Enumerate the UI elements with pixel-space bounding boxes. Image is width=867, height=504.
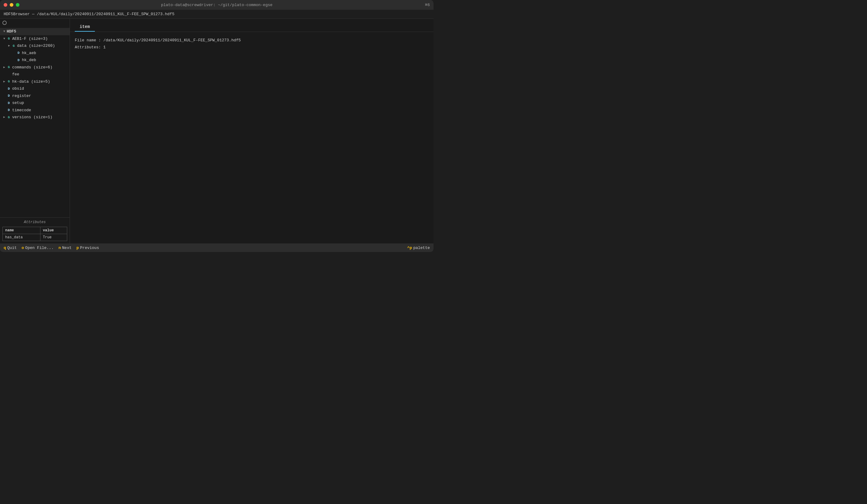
type-badge-d: D: [7, 86, 11, 92]
attributes-count-value: 1: [103, 45, 106, 50]
item-label: versions (size=1): [12, 114, 53, 120]
type-badge-none: [7, 72, 11, 77]
expand-icon: ▶: [7, 43, 11, 48]
item-label: setup: [12, 100, 24, 106]
header-path: HDF5Browser — /data/KUL/daily/20240911/2…: [4, 12, 174, 17]
status-open: o Open File...: [22, 246, 54, 250]
status-key-o: o: [22, 246, 24, 250]
item-label: data (size=2260): [17, 43, 55, 49]
status-label-open: Open File...: [25, 246, 54, 250]
item-label: hk-data (size=5): [12, 79, 50, 85]
type-badge-g: G: [12, 43, 16, 49]
type-badge-d: D: [17, 58, 21, 63]
table-row: has_data True: [3, 234, 67, 241]
minimize-button[interactable]: [10, 3, 13, 7]
main-panel: item File name : /data/KUL/daily/2024091…: [70, 19, 434, 244]
titlebar: plato-data@screwdriver: ~/git/plato-comm…: [0, 0, 434, 10]
file-name-value: /data/KUL/daily/20240911/20240911_KUL_F-…: [103, 38, 241, 43]
attributes-count-line: Attributes: 1: [75, 44, 429, 51]
expand-icon: ▶: [2, 115, 6, 119]
window-title: plato-data@screwdriver: ~/git/plato-comm…: [161, 3, 273, 7]
expand-icon: ▶: [2, 79, 6, 84]
attr-col-name: name: [3, 227, 41, 234]
panel-tab-item[interactable]: item: [75, 21, 95, 32]
panel-content: File name : /data/KUL/daily/20240911/202…: [70, 32, 434, 244]
expand-icon: ▼: [2, 29, 6, 34]
attributes-count-label: Attributes:: [75, 45, 101, 50]
statusbar: q Quit o Open File... n Next p Previous …: [0, 244, 434, 252]
traffic-lights: [4, 3, 20, 7]
type-badge-d: D: [7, 93, 11, 98]
status-label-next: Next: [62, 246, 72, 250]
sidebar: ▼ HDF5 ▼ G AEB1-F (size=3) ▶ G data (siz…: [0, 19, 70, 244]
panel-tab-label: item: [80, 24, 90, 29]
status-palette: ^p palette: [407, 246, 430, 250]
status-key-cp: ^p: [407, 246, 412, 250]
item-label: hk_aeb: [22, 50, 36, 56]
tree-item-hk-deb[interactable]: D hk_deb: [0, 56, 69, 64]
type-badge-g: G: [7, 36, 11, 41]
status-label-palette: palette: [413, 246, 430, 250]
type-badge-d: D: [7, 108, 11, 113]
panel-tab-area: item: [70, 19, 434, 32]
tree-item-register[interactable]: D register: [0, 93, 69, 100]
attributes-table: name value has_data True: [2, 227, 67, 241]
root-label: HDF5: [7, 29, 16, 35]
tree-item-obsid[interactable]: D obsid: [0, 85, 69, 93]
expand-icon: ▼: [2, 36, 6, 41]
tree-item-hk-aeb[interactable]: D hk_aeb: [0, 50, 69, 57]
status-label-previous: Previous: [80, 246, 99, 250]
item-label: obsid: [12, 86, 24, 92]
type-badge-d: D: [7, 100, 11, 106]
item-label: timecode: [12, 107, 31, 114]
header-bar: HDF5Browser — /data/KUL/daily/20240911/2…: [0, 10, 434, 19]
attributes-panel: Attributes name value has_data True: [0, 217, 69, 244]
type-badge-g: G: [7, 79, 11, 84]
item-label: fee: [12, 72, 19, 77]
status-key-q: q: [4, 246, 6, 250]
status-quit: q Quit: [4, 246, 17, 250]
status-label-quit: Quit: [7, 246, 17, 250]
item-label: register: [12, 93, 31, 99]
attr-col-value: value: [40, 227, 67, 234]
main-content: ▼ HDF5 ▼ G AEB1-F (size=3) ▶ G data (siz…: [0, 19, 434, 244]
window: plato-data@screwdriver: ~/git/plato-comm…: [0, 0, 434, 252]
attr-value-cell: True: [40, 234, 67, 241]
tree-item-commands[interactable]: ▶ G commands (size=6): [0, 64, 69, 71]
tree-root[interactable]: ▼ HDF5: [0, 28, 69, 35]
file-tree[interactable]: ▼ HDF5 ▼ G AEB1-F (size=3) ▶ G data (siz…: [0, 27, 69, 217]
status-key-n: n: [58, 246, 61, 250]
search-icon[interactable]: [2, 21, 7, 25]
file-name-line: File name : /data/KUL/daily/20240911/202…: [75, 37, 429, 44]
tree-item-versions[interactable]: ▶ G versions (size=1): [0, 114, 69, 121]
maximize-button[interactable]: [16, 3, 20, 7]
sidebar-header: [0, 19, 69, 27]
tree-item-fee[interactable]: fee: [0, 71, 69, 78]
tree-item-data[interactable]: ▶ G data (size=2260): [0, 42, 69, 50]
item-label: hk_deb: [22, 57, 36, 63]
file-name-label: File name :: [75, 38, 101, 43]
type-badge-g: G: [7, 65, 11, 70]
item-label: AEB1-F (size=3): [12, 36, 48, 42]
tree-item-timecode[interactable]: D timecode: [0, 107, 69, 114]
type-badge-g: G: [7, 115, 11, 120]
tree-item-setup[interactable]: D setup: [0, 99, 69, 107]
window-shortcut: ⌘6: [425, 2, 430, 7]
close-button[interactable]: [4, 3, 7, 7]
status-previous: p Previous: [77, 246, 99, 250]
attr-name-cell: has_data: [3, 234, 41, 241]
status-next: n Next: [58, 246, 72, 250]
tree-item-aeb1f[interactable]: ▼ G AEB1-F (size=3): [0, 35, 69, 43]
status-key-p: p: [77, 246, 79, 250]
item-label: commands (size=6): [12, 64, 53, 71]
tree-item-hk-data[interactable]: ▶ G hk-data (size=5): [0, 78, 69, 85]
expand-icon: ▶: [2, 65, 6, 69]
type-badge-d: D: [17, 51, 21, 56]
attributes-panel-title: Attributes: [2, 220, 67, 224]
